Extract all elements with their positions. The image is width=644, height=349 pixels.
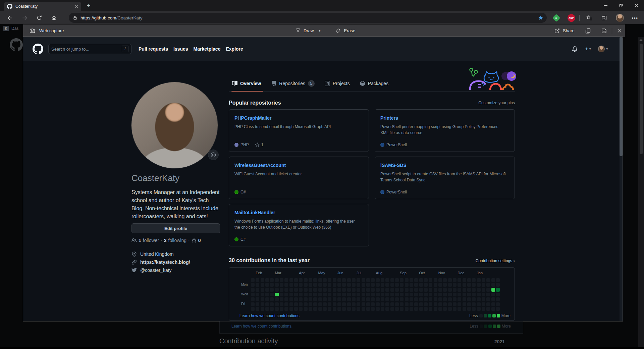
home-button[interactable]: [49, 13, 59, 23]
star-icon: [255, 142, 260, 147]
repo-link[interactable]: PHPGraphMailer: [234, 115, 271, 121]
new-tab-button[interactable]: +: [84, 1, 93, 10]
lock-icon: [73, 15, 77, 20]
repo-link[interactable]: iSAMS-SDS: [380, 163, 407, 168]
project-icon: [325, 81, 330, 86]
nav-marketplace[interactable]: Marketplace: [194, 46, 221, 52]
repo-card: Printers PowerShell printer mapping scri…: [375, 109, 515, 152]
draw-dropdown-caret[interactable]: ▾: [319, 29, 320, 33]
dimmed-contribution-activity: Contribution activity 2021: [219, 337, 523, 345]
customize-pins-link[interactable]: Customize your pins: [478, 101, 515, 105]
browser-tab[interactable]: CoasterKaty: [4, 2, 81, 11]
address-bar[interactable]: https://github.com/CoasterKaty: [69, 13, 547, 23]
url-text: https://github.com/CoasterKaty: [80, 15, 535, 20]
tab-repositories[interactable]: Repositories 5: [266, 75, 320, 91]
repo-card: PHPGraphMailer PHP Class to send email t…: [229, 109, 369, 152]
repo-card: iSAMS-SDS PowerShell script to create CS…: [375, 157, 515, 199]
edit-profile-button[interactable]: Edit profile: [131, 223, 220, 233]
favorite-star-icon[interactable]: [538, 15, 543, 20]
repo-icon: [271, 81, 276, 86]
nav-explore[interactable]: Explore: [226, 46, 243, 52]
github-logo[interactable]: [33, 44, 43, 54]
collections-button[interactable]: [599, 13, 609, 23]
contribution-cell-active: [496, 288, 500, 292]
graph-cells: [251, 278, 506, 312]
contribution-graph: FebMarAprMayJunJulAugSepOctNovDecJan Mon…: [229, 267, 515, 321]
link-icon: [131, 259, 137, 265]
window-close-button[interactable]: [629, 0, 644, 11]
github-header-avatar: [598, 46, 605, 52]
extension-adblock-icon[interactable]: ABP: [566, 13, 576, 23]
profile-avatar-photo[interactable]: [131, 82, 218, 168]
web-capture-icon: [30, 28, 35, 34]
set-status-button[interactable]: [208, 150, 219, 160]
refresh-button[interactable]: [34, 13, 44, 23]
window-scrollbar: [638, 37, 644, 347]
save-icon[interactable]: [601, 28, 607, 34]
capture-close-icon[interactable]: [617, 28, 622, 33]
repo-link[interactable]: WirelessGuestAccount: [234, 163, 286, 168]
learn-contributions-link[interactable]: Learn how we count contributions.: [239, 313, 301, 318]
bottom-edge-strip: [0, 347, 644, 349]
contributions-heading: 30 contributions in the last year: [229, 257, 310, 264]
scrollbar-up-arrow: [639, 39, 643, 41]
smiley-icon: [211, 152, 216, 158]
capture-region: Search or jump to... / Pull requests Iss…: [23, 37, 623, 321]
page-scrollbar-thumb[interactable]: [620, 37, 623, 156]
github-nav: Pull requests Issues Marketplace Explore: [139, 46, 243, 52]
github-favicon: [7, 4, 12, 9]
draw-icon: [296, 28, 301, 33]
bookmark-favicon: K: [3, 26, 9, 31]
tab-title: CoasterKaty: [15, 4, 72, 9]
nav-issues[interactable]: Issues: [173, 46, 188, 52]
repo-card: WirelessGuestAccount WiFi Guest Account …: [229, 157, 369, 199]
web-capture-toolbar: Web capture Draw ▾ Erase Share: [23, 24, 625, 37]
browser-profile-avatar[interactable]: [615, 13, 625, 23]
tab-overview[interactable]: Overview: [229, 75, 266, 91]
profile-tab-bar: Overview Repositories 5 Projects Package…: [229, 75, 515, 92]
star-icon: [192, 238, 197, 243]
slash-key-hint: /: [122, 46, 128, 52]
scrollbar-thumb: [640, 44, 643, 154]
profile-follow-stats[interactable]: 1 follower · 2 following · 0: [131, 238, 201, 243]
language-dot: [380, 190, 384, 194]
package-icon: [360, 81, 365, 86]
share-button[interactable]: Share: [563, 28, 575, 33]
copy-icon[interactable]: [585, 28, 591, 34]
back-button[interactable]: [5, 13, 15, 23]
repo-card: MailtoLinkHandler Windows Forms applicat…: [229, 204, 369, 246]
book-icon: [232, 81, 237, 86]
window-minimize-button[interactable]: [598, 0, 613, 11]
extension-feedly-icon[interactable]: ≡: [551, 13, 561, 23]
repo-star-count[interactable]: 1: [255, 142, 264, 147]
browser-window: CoasterKaty + https://github.com/Coaster…: [0, 0, 644, 349]
create-new-button[interactable]: +▾: [585, 46, 591, 52]
nav-pull-requests[interactable]: Pull requests: [139, 46, 168, 52]
github-profile-menu[interactable]: ▾: [598, 46, 608, 52]
draw-button[interactable]: Draw: [304, 28, 314, 33]
browser-menu-button[interactable]: •••: [630, 13, 640, 23]
notifications-bell-icon[interactable]: [572, 46, 578, 52]
contribution-settings-dropdown[interactable]: Contribution settings ▾: [476, 258, 515, 263]
profile-website-link[interactable]: https://katystech.blog/: [131, 259, 190, 265]
profile-twitter-link[interactable]: @coaster_katy: [131, 268, 172, 273]
bookmark-item: K Das: [3, 26, 18, 31]
dimmed-github-logo: [10, 38, 23, 53]
tab-projects[interactable]: Projects: [320, 75, 355, 91]
share-icon: [554, 28, 560, 34]
erase-button[interactable]: Erase: [344, 28, 355, 33]
profile-location: United Kingdom: [131, 251, 174, 257]
browser-tab-bar: CoasterKaty +: [0, 0, 644, 11]
window-restore-button[interactable]: [613, 0, 629, 11]
web-capture-title: Web capture: [39, 28, 64, 33]
people-icon: [131, 238, 137, 243]
github-search-input[interactable]: Search or jump to... /: [48, 44, 131, 54]
tab-packages[interactable]: Packages: [355, 75, 393, 91]
repo-link[interactable]: Printers: [380, 115, 398, 121]
tab-close-icon[interactable]: [75, 5, 78, 8]
erase-icon: [336, 28, 341, 33]
repo-link[interactable]: MailtoLinkHandler: [234, 210, 275, 215]
favorites-button[interactable]: [584, 13, 594, 23]
contribution-cell-active: [491, 288, 495, 292]
forward-button[interactable]: [19, 13, 30, 23]
